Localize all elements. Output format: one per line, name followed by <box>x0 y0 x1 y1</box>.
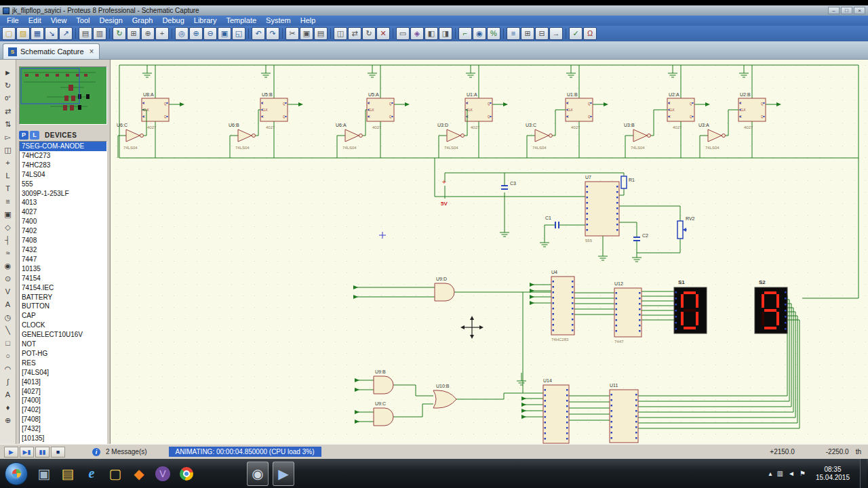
netlist-to-ares[interactable]: Ω <box>583 27 597 40</box>
menu-design[interactable]: Design <box>95 16 127 26</box>
device-item[interactable]: 74154 <box>20 274 106 283</box>
titlebar[interactable]: jk_flipflop_sayici - Proteus 8 Professio… <box>0 5 868 16</box>
box-tool[interactable]: □ <box>1 337 15 349</box>
device-item[interactable]: 7400 <box>20 217 106 226</box>
flipflop-U5:A[interactable]: U5:A4027JCLKKQQ <box>367 65 410 158</box>
chip-U4[interactable]: U474HC283 <box>551 270 574 342</box>
pinned-app[interactable]: ▣ <box>33 462 55 486</box>
not-gate-U3:B[interactable]: U3:B74LS04 <box>624 110 667 158</box>
not-gate-U3:D[interactable]: U3:D74LS04 <box>437 110 467 158</box>
voltage-probe-mode[interactable]: V <box>1 285 15 298</box>
wire-autorouter[interactable]: ⌐ <box>458 27 472 40</box>
and-gate-U9:C[interactable]: U9:C <box>374 401 393 426</box>
device-item[interactable]: [4027] <box>20 387 106 396</box>
circle-tool[interactable]: ○ <box>1 350 15 362</box>
not-gate-U3:C[interactable]: U3:C74LS04 <box>526 110 566 158</box>
subcircuit-mode[interactable]: ▣ <box>1 208 15 220</box>
menu-graph[interactable]: Graph <box>127 16 158 26</box>
device-item[interactable]: 74LS04 <box>20 170 106 180</box>
copy[interactable]: ▣ <box>300 27 313 40</box>
flipflop-U2:B[interactable]: U2:B4027JCLKKQQ <box>738 65 781 158</box>
graph-mode[interactable]: ≈ <box>1 247 15 259</box>
device-item[interactable]: [7408] <box>20 415 106 424</box>
internet-explorer[interactable]: e <box>81 462 102 486</box>
device-item[interactable]: 7402 <box>20 226 106 236</box>
menu-template[interactable]: Template <box>221 16 261 26</box>
maximize-button[interactable]: □ <box>841 7 852 14</box>
device-item[interactable]: 7432 <box>20 245 106 255</box>
folder-shortcut[interactable]: ▢ <box>104 462 126 486</box>
camera-app[interactable]: ◉ <box>247 462 269 486</box>
tray-display[interactable]: ▥ <box>777 470 783 477</box>
capacitor-C3[interactable]: C3 <box>501 181 516 189</box>
generator-mode[interactable]: ⊙ <box>1 272 15 285</box>
device-item[interactable]: GENELECT10U16V <box>20 330 106 340</box>
property-assignment[interactable]: % <box>487 27 500 40</box>
not-gate-U6:A[interactable]: U6:A74LS04 <box>336 110 367 158</box>
device-item[interactable]: 7447 <box>20 255 106 264</box>
packaging-tool[interactable]: ◧ <box>425 27 438 40</box>
flipflop-U8:A[interactable]: U8:A4027JCLKKQQ <box>142 65 184 158</box>
toggle-grid[interactable]: ⊞ <box>127 27 140 40</box>
pause-button[interactable]: ▮▮ <box>35 447 50 458</box>
symbol-tool[interactable]: ♦ <box>1 401 15 413</box>
info-icon[interactable]: i <box>92 448 100 456</box>
overview-minimap[interactable] <box>19 66 107 125</box>
paste[interactable]: ▤ <box>314 27 328 40</box>
make-device[interactable]: ◈ <box>410 27 424 40</box>
arc-tool[interactable]: ◠ <box>1 363 15 375</box>
remove-sheet[interactable]: ⊟ <box>535 27 549 40</box>
device-item[interactable]: CAP <box>20 311 106 321</box>
new-sheet[interactable]: ⊞ <box>521 27 534 40</box>
device-item[interactable]: [7402] <box>20 405 106 415</box>
schematic-canvas[interactable]: U8:A4027JCLKKQQU5:B4027JCLKKQQU5:A4027JC… <box>110 60 868 444</box>
undo[interactable]: ↶ <box>252 27 265 40</box>
device-item[interactable]: POT-HG <box>20 349 106 359</box>
block-copy[interactable]: ◫ <box>334 27 347 40</box>
zoom-in[interactable]: ⊕ <box>189 27 203 40</box>
junction-dot-mode[interactable]: + <box>1 157 15 169</box>
path-tool[interactable]: ∫ <box>1 375 15 388</box>
seven-segment-display-S2[interactable]: S2 <box>755 279 787 333</box>
block-rotate[interactable]: ↻ <box>362 27 376 40</box>
flipflop-U2:A[interactable]: U2:A4027JCLKKQQ <box>667 65 710 158</box>
search-and-tag[interactable]: ◉ <box>473 27 486 40</box>
device-item[interactable]: RES <box>20 359 106 368</box>
and-gate-U9:B[interactable]: U9:B <box>374 369 393 394</box>
device-item[interactable]: [7400] <box>20 396 106 405</box>
stop-button[interactable]: ■ <box>51 447 65 458</box>
refresh-display[interactable]: ↻ <box>113 27 126 40</box>
import-file[interactable]: ↘ <box>45 27 58 40</box>
library-manager-button[interactable]: L <box>30 131 39 140</box>
device-pin-mode[interactable]: ┤ <box>1 234 15 246</box>
x-cursor[interactable]: + <box>155 27 169 40</box>
selection-mode[interactable]: ▻ <box>1 131 15 143</box>
chrome[interactable] <box>176 462 197 486</box>
media-app[interactable]: ▶ <box>273 462 294 486</box>
terminal-mode[interactable]: ◇ <box>1 221 15 233</box>
chip-U12[interactable]: U127447 <box>614 281 642 344</box>
avg-antivirus[interactable]: ◆ <box>128 462 150 486</box>
pick-device-button[interactable]: P <box>19 131 28 140</box>
print[interactable]: ▤ <box>79 27 92 40</box>
tab-close-icon[interactable]: × <box>90 47 94 56</box>
menu-system[interactable]: System <box>261 16 296 26</box>
menu-edit[interactable]: Edit <box>24 16 46 26</box>
not-gate-U6:B[interactable]: U6:B74LS04 <box>229 110 260 158</box>
mirror-vertical-icon[interactable]: ⇅ <box>1 118 15 130</box>
chip-U14[interactable]: U1474HC283 <box>543 378 569 444</box>
device-item[interactable]: 10135 <box>20 264 106 274</box>
mark-print-area[interactable]: ▥ <box>93 27 106 40</box>
or-gate-U10:B[interactable]: U10:B <box>433 384 456 408</box>
electrical-rule-check[interactable]: ✓ <box>569 27 583 40</box>
seven-segment-display-S1[interactable]: S1 <box>674 279 707 333</box>
device-item[interactable]: 7SEG-COM-ANODE <box>20 142 106 151</box>
menu-view[interactable]: View <box>46 16 72 26</box>
device-item[interactable]: 74HC273 <box>20 151 106 161</box>
new-project[interactable]: ▢ <box>2 27 16 40</box>
device-item[interactable]: NOT <box>20 340 106 349</box>
tray-show-hidden[interactable]: ▴ <box>769 470 772 477</box>
viber[interactable]: V <box>152 462 174 486</box>
decompose[interactable]: ◨ <box>439 27 452 40</box>
rotation-angle[interactable]: 0° <box>1 92 15 104</box>
